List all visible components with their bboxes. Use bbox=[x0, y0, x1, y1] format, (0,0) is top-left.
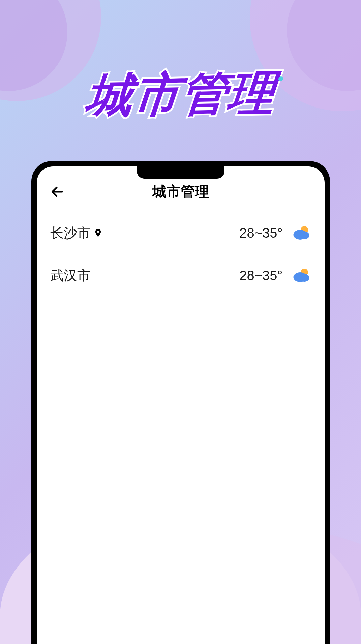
city-name-label: 武汉市 bbox=[50, 266, 91, 285]
phone-notch bbox=[137, 166, 224, 179]
phone-frame: 城市管理 长沙市 28~35° bbox=[31, 161, 330, 644]
city-row-wuhan[interactable]: 武汉市 28~35° bbox=[37, 254, 325, 297]
city-row-changsha[interactable]: 长沙市 28~35° bbox=[37, 212, 325, 254]
city-name: 武汉市 bbox=[50, 266, 91, 285]
city-list: 长沙市 28~35° bbox=[37, 210, 325, 298]
svg-point-3 bbox=[299, 231, 309, 239]
city-name-label: 长沙市 bbox=[50, 224, 91, 242]
promo-banner: 城市管理 bbox=[86, 71, 275, 117]
banner-title: 城市管理 bbox=[84, 69, 277, 119]
location-pin-icon bbox=[93, 228, 103, 238]
page-title: 城市管理 bbox=[37, 182, 325, 201]
back-button[interactable] bbox=[48, 183, 66, 201]
temp-range: 28~35° bbox=[239, 225, 282, 241]
partly-cloudy-icon bbox=[292, 223, 311, 243]
phone-screen: 城市管理 长沙市 28~35° bbox=[37, 166, 325, 644]
partly-cloudy-icon bbox=[292, 266, 311, 285]
svg-point-6 bbox=[299, 274, 309, 282]
city-name: 长沙市 bbox=[50, 224, 103, 242]
arrow-left-icon bbox=[50, 184, 65, 199]
temp-range: 28~35° bbox=[239, 268, 282, 283]
